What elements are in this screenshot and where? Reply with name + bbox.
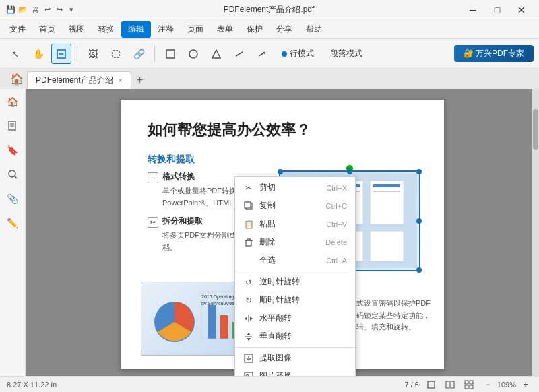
menu-convert[interactable]: 转换 <box>92 21 121 38</box>
menu-share[interactable]: 分享 <box>270 21 299 38</box>
hand-tool[interactable]: ✋ <box>28 44 49 64</box>
svg-text:by Service Area: by Service Area <box>201 301 234 306</box>
content-area: 如何帮您提高办公效率？ 转换和提取 ↔ 格式转换 单个或批量将PDF转换成各种文… <box>26 89 539 376</box>
sidebar-home[interactable]: 🏠 <box>3 92 23 112</box>
zoom-in[interactable]: + <box>519 378 532 391</box>
redo-icon[interactable]: ↪ <box>54 5 65 15</box>
tab-bar: 🏠 PDFelement产品介绍 × + <box>0 69 539 89</box>
shape3-tool[interactable] <box>206 44 226 64</box>
ctx-rotate-ccw[interactable]: ↺ 逆时针旋转 <box>235 273 355 291</box>
arrow-tool[interactable] <box>252 44 272 64</box>
ctx-replace[interactable]: 图片替换 <box>235 367 355 376</box>
svg-marker-49 <box>247 333 251 335</box>
paste-icon: 📋 <box>243 219 254 230</box>
shape1-tool[interactable] <box>160 44 181 64</box>
menu-help[interactable]: 帮助 <box>299 21 329 38</box>
cut-icon: ✂ <box>243 183 254 193</box>
crop-tool[interactable] <box>106 44 126 64</box>
ctx-selectall[interactable]: 全选 Ctrl+A <box>235 251 355 269</box>
tab-close[interactable]: × <box>119 77 123 84</box>
svg-rect-15 <box>208 305 216 339</box>
link-tool[interactable]: 🔗 <box>129 44 149 64</box>
line-tool[interactable] <box>229 44 249 64</box>
svg-marker-5 <box>212 50 220 58</box>
main-area: 🏠 🔖 📎 ✏️ 如何帮您提高办公效率？ 转换和提取 ↔ 格式转换 单个或批量将… <box>0 89 539 376</box>
sidebar-pages[interactable] <box>3 116 23 136</box>
svg-rect-64 <box>465 385 468 389</box>
menu-edit[interactable]: 编辑 <box>121 21 151 38</box>
menu-form[interactable]: 表单 <box>210 21 240 38</box>
ctx-flip-v[interactable]: 垂直翻转 <box>235 327 355 346</box>
ctx-selectall-shortcut: Ctrl+A <box>326 257 347 265</box>
maximize-button[interactable]: □ <box>485 0 509 20</box>
view-double[interactable] <box>443 378 457 391</box>
ctx-flip-v-label: 垂直翻转 <box>259 331 292 342</box>
edit-tool[interactable] <box>51 44 71 64</box>
menu-view[interactable]: 视图 <box>62 21 92 38</box>
delete-icon <box>243 237 254 248</box>
menu-file[interactable]: 文件 <box>3 21 32 38</box>
ctx-selectall-label: 全选 <box>259 255 276 266</box>
zoom-level: 109% <box>497 381 516 389</box>
view-single[interactable] <box>424 378 438 391</box>
sidebar-sign[interactable]: ✏️ <box>3 213 23 233</box>
view-grid[interactable] <box>462 378 476 391</box>
image-tool[interactable]: 🖼 <box>83 44 103 64</box>
ctx-extract-label: 提取图像 <box>259 352 292 364</box>
pdf-sub2-icon: ✂ <box>148 217 158 228</box>
svg-marker-47 <box>250 317 253 321</box>
extract-icon <box>243 353 254 364</box>
title-bar-icons: 💾 📂 🖨 ↩ ↪ ▾ <box>5 5 77 15</box>
ctx-paste[interactable]: 📋 粘贴 Ctrl+V <box>235 215 355 233</box>
dropdown-icon[interactable]: ▾ <box>66 5 77 15</box>
handle-tr[interactable] <box>416 169 422 174</box>
flip-v-icon <box>243 331 254 342</box>
sep1 <box>77 46 77 62</box>
select-tool[interactable]: ↖ <box>5 44 26 64</box>
ctx-replace-label: 图片替换 <box>259 370 292 376</box>
row-mode-btn[interactable]: 行模式 <box>275 45 321 62</box>
tab-add-button[interactable]: + <box>131 71 149 89</box>
ctx-copy-shortcut: Ctrl+C <box>326 202 347 210</box>
vip-button[interactable]: 🔐 万兴PDF专家 <box>454 45 534 62</box>
ctx-cut[interactable]: ✂ 剪切 Ctrl+X <box>235 178 355 197</box>
ctx-flip-h[interactable]: 水平翻转 <box>235 309 355 327</box>
scrollbar-thumb[interactable] <box>533 109 538 150</box>
zoom-out[interactable]: − <box>481 378 495 391</box>
open-icon[interactable]: 📂 <box>18 5 28 15</box>
svg-rect-59 <box>428 381 435 388</box>
scrollbar[interactable] <box>532 89 539 376</box>
para-mode-btn[interactable]: 段落模式 <box>323 45 369 62</box>
ctx-rotate-cw[interactable]: ↻ 顺时针旋转 <box>235 291 355 309</box>
sidebar-search[interactable] <box>3 164 23 185</box>
menu-protect[interactable]: 保护 <box>240 21 270 38</box>
svg-rect-39 <box>245 202 251 208</box>
home-tab-icon[interactable]: 🏠 <box>7 69 27 89</box>
ctx-extract[interactable]: 提取图像 <box>235 349 355 367</box>
pdf-section1: 转换和提取 <box>148 154 417 166</box>
undo-icon[interactable]: ↩ <box>42 5 53 15</box>
sidebar-bookmark[interactable]: 🔖 <box>3 140 23 160</box>
sidebar: 🏠 🔖 📎 ✏️ <box>0 89 26 376</box>
sidebar-attach[interactable]: 📎 <box>3 189 23 209</box>
svg-rect-16 <box>220 315 228 339</box>
print-icon[interactable]: 🖨 <box>30 5 40 15</box>
handle-rm[interactable] <box>416 218 422 224</box>
ctx-delete[interactable]: 删除 Delete <box>235 233 355 251</box>
menu-page[interactable]: 页面 <box>181 21 210 38</box>
menu-annotate[interactable]: 注释 <box>151 21 181 38</box>
close-button[interactable]: ✕ <box>509 0 534 20</box>
ctx-paste-label: 粘贴 <box>259 218 276 230</box>
context-menu: ✂ 剪切 Ctrl+X 复制 Ctrl+C 📋 粘贴 Ctrl+V 删 <box>234 176 356 376</box>
ctx-paste-shortcut: Ctrl+V <box>326 220 347 228</box>
ctx-rotate-ccw-label: 逆时针旋转 <box>259 276 300 288</box>
svg-rect-2 <box>113 51 119 57</box>
pdf-tab[interactable]: PDFelement产品介绍 × <box>27 71 131 89</box>
svg-rect-63 <box>470 381 473 384</box>
minimize-button[interactable]: ─ <box>461 0 485 20</box>
ctx-copy[interactable]: 复制 Ctrl+C <box>235 197 355 215</box>
save-icon[interactable]: 💾 <box>5 5 16 15</box>
status-bar: 8.27 X 11.22 in 7 / 6 − 109% + <box>0 376 539 392</box>
menu-home[interactable]: 首页 <box>32 21 62 38</box>
shape2-tool[interactable] <box>183 44 203 64</box>
